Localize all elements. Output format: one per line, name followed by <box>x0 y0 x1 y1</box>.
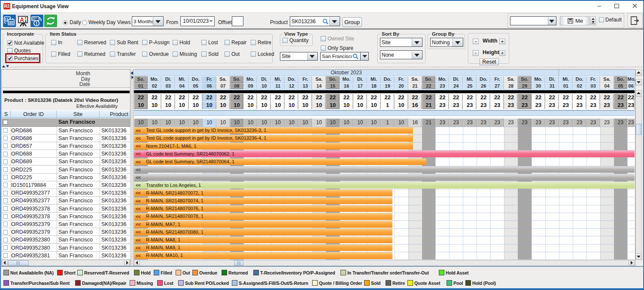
svg-text:A: A <box>20 16 24 23</box>
